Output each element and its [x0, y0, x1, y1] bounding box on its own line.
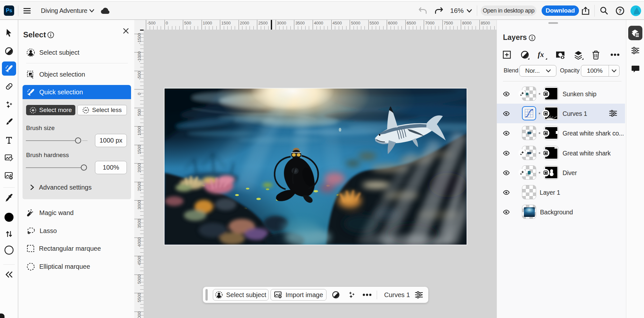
svg-text:?: ?: [618, 8, 621, 14]
svg-text:fx: fx: [538, 51, 544, 59]
